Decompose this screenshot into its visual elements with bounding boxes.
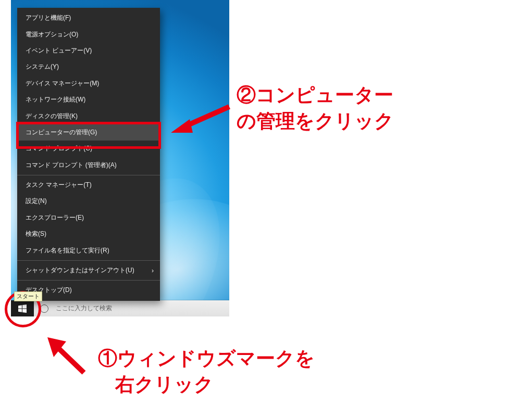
winx-context-menu: アプリと機能(F)電源オプション(O)イベント ビューアー(V)システム(Y)デ… bbox=[17, 8, 160, 301]
svg-line-6 bbox=[57, 347, 84, 373]
cortana-ring-icon bbox=[40, 304, 48, 313]
start-button[interactable] bbox=[11, 300, 34, 316]
cortana-button[interactable] bbox=[34, 300, 55, 316]
taskbar-search-input[interactable]: ここに入力して検索 bbox=[55, 304, 229, 313]
menu-item-10[interactable]: タスク マネージャー(T) bbox=[17, 177, 160, 193]
svg-marker-0 bbox=[18, 305, 22, 308]
menu-item-12[interactable]: エクスプローラー(E) bbox=[17, 210, 160, 226]
menu-item-1[interactable]: 電源オプション(O) bbox=[17, 26, 160, 42]
menu-item-3[interactable]: システム(Y) bbox=[17, 59, 160, 75]
menu-item-13[interactable]: 検索(S) bbox=[17, 226, 160, 242]
menu-separator bbox=[17, 280, 160, 281]
svg-marker-3 bbox=[22, 309, 27, 313]
chevron-right-icon: › bbox=[152, 267, 154, 274]
menu-item-6[interactable]: ディスクの管理(K) bbox=[17, 108, 160, 124]
annotation-text-step1-line2: 右クリック bbox=[98, 374, 214, 395]
annotation-text-step1-line1: ①ウィンドウズマークを bbox=[98, 348, 315, 369]
menu-item-7[interactable]: コンピューターの管理(G) bbox=[17, 124, 160, 141]
menu-item-8[interactable]: コマンド プロンプト(C) bbox=[17, 141, 160, 157]
menu-item-16[interactable]: デスクトップ(D) bbox=[17, 282, 160, 298]
menu-item-4[interactable]: デバイス マネージャー(M) bbox=[17, 75, 160, 92]
menu-separator bbox=[17, 260, 160, 261]
windows-logo-icon bbox=[18, 304, 27, 313]
annotation-text-step2-line1: ②コンピューター bbox=[237, 84, 393, 106]
annotation-arrow-step1 bbox=[42, 332, 94, 384]
annotation-text-step1: ①ウィンドウズマークを 右クリック bbox=[98, 346, 315, 398]
annotation-text-step2: ②コンピューター の管理をクリック bbox=[237, 82, 394, 134]
annotation-text-step2-line2: の管理をクリック bbox=[237, 110, 394, 132]
menu-item-0[interactable]: アプリと機能(F) bbox=[17, 10, 160, 26]
menu-item-15[interactable]: シャットダウンまたはサインアウト(U)› bbox=[17, 262, 160, 278]
menu-item-2[interactable]: イベント ビューアー(V) bbox=[17, 43, 160, 59]
menu-item-14[interactable]: ファイル名を指定して実行(R) bbox=[17, 242, 160, 258]
menu-item-9[interactable]: コマンド プロンプト (管理者)(A) bbox=[17, 157, 160, 173]
svg-marker-1 bbox=[22, 304, 27, 309]
svg-marker-2 bbox=[18, 309, 22, 312]
menu-separator bbox=[17, 175, 160, 175]
menu-item-11[interactable]: 設定(N) bbox=[17, 193, 160, 209]
menu-item-5[interactable]: ネットワーク接続(W) bbox=[17, 92, 160, 108]
taskbar: ここに入力して検索 bbox=[11, 300, 229, 316]
svg-marker-7 bbox=[47, 337, 66, 357]
